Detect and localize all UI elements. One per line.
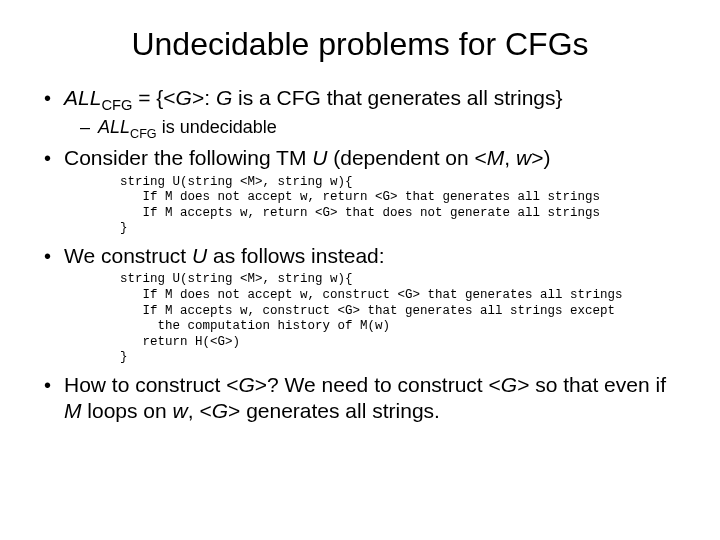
bullet-marker: • [40, 87, 64, 110]
bullet-3: • We construct U as follows instead: [40, 243, 680, 269]
sub-bullet-1-text: ALLCFG is undecidable [98, 117, 277, 142]
bullet-4-text: How to construct <G>? We need to constru… [64, 372, 680, 425]
code-block-2: string U(string <M>, string w){ If M doe… [120, 272, 680, 366]
sub-bullet-marker: – [80, 117, 98, 138]
slide-title: Undecidable problems for CFGs [40, 26, 680, 63]
bullet-2: • Consider the following TM U (dependent… [40, 145, 680, 171]
bullet-3-text: We construct U as follows instead: [64, 243, 385, 269]
bullet-marker: • [40, 147, 64, 170]
bullet-marker: • [40, 245, 64, 268]
bullet-1-text: ALLCFG = {<G>: G is a CFG that generates… [64, 85, 563, 115]
bullet-marker: • [40, 374, 64, 397]
bullet-4: • How to construct <G>? We need to const… [40, 372, 680, 425]
bullet-2-text: Consider the following TM U (dependent o… [64, 145, 550, 171]
bullet-1: • ALLCFG = {<G>: G is a CFG that generat… [40, 85, 680, 115]
code-block-1: string U(string <M>, string w){ If M doe… [120, 175, 680, 238]
sub-bullet-1: – ALLCFG is undecidable [80, 117, 680, 142]
